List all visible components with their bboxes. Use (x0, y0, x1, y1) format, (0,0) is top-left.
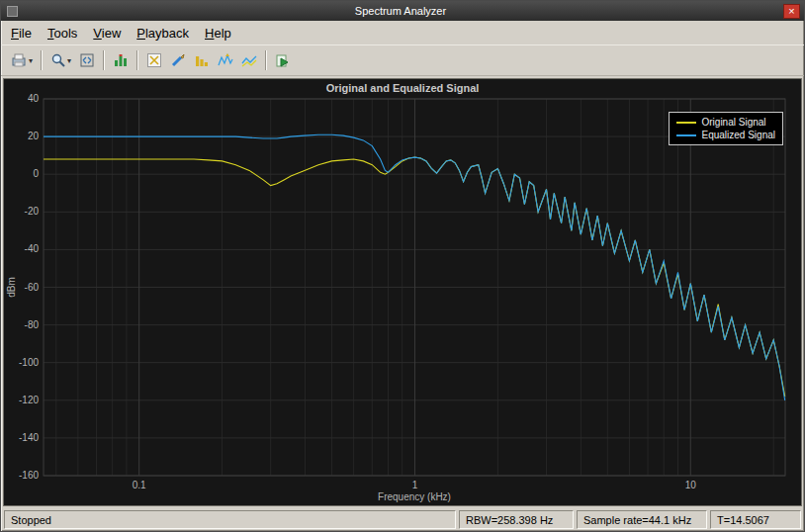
plot-panel: Original and Equalized Signal 40200-20-4… (3, 78, 802, 506)
menu-playback[interactable]: Playback (134, 24, 195, 43)
svg-text:-120: -120 (19, 395, 39, 405)
menu-file[interactable]: File (9, 24, 38, 43)
zoom-icon (50, 52, 66, 68)
svg-text:-60: -60 (25, 282, 40, 293)
status-rbw: RBW=258.398 Hz (459, 510, 574, 529)
svg-text:-80: -80 (25, 319, 40, 330)
spectrum-analyzer-window: Spectrum Analyzer × File Tools View Play… (0, 0, 805, 532)
menu-help[interactable]: Help (203, 24, 237, 43)
trace-selection-icon (241, 52, 257, 68)
status-sample-rate: Sample rate=44.1 kHz (577, 510, 707, 529)
legend-item-original: Original Signal (676, 116, 776, 129)
distortion-measurements-button[interactable] (166, 47, 190, 73)
spectrum-settings-button[interactable] (109, 47, 133, 73)
svg-text:0: 0 (33, 168, 39, 179)
legend-label-original: Original Signal (702, 117, 766, 128)
toolbar-separator (136, 50, 138, 70)
svg-text:-140: -140 (19, 432, 39, 443)
toolbar-separator (41, 50, 43, 70)
peak-finder-button[interactable] (214, 47, 237, 73)
svg-text:Frequency (kHz): Frequency (kHz) (378, 491, 451, 502)
plot-body: 40200-20-40-60-80-100-120-140-1600.1110d… (4, 94, 801, 505)
status-time: T=14.5067 (710, 510, 801, 529)
trace-selection-button[interactable] (237, 47, 261, 73)
fit-to-view-icon (79, 52, 95, 68)
menu-view[interactable]: View (91, 24, 127, 43)
svg-text:-40: -40 (25, 243, 40, 254)
toolbar: ▾ ▾ (1, 44, 804, 76)
ccdf-measurements-icon (194, 52, 210, 68)
toolbar-separator (265, 50, 267, 70)
zoom-button[interactable]: ▾ (46, 47, 75, 73)
svg-text:20: 20 (28, 131, 40, 141)
plot-title: Original and Equalized Signal (4, 79, 801, 94)
svg-text:-160: -160 (19, 470, 39, 481)
menu-bar: File Tools View Playback Help (1, 21, 804, 44)
peak-finder-icon (218, 52, 233, 68)
svg-text:0.1: 0.1 (133, 480, 146, 490)
step-forward-button[interactable] (271, 47, 295, 73)
close-button[interactable]: × (783, 4, 800, 19)
svg-text:-20: -20 (25, 206, 40, 217)
svg-text:dBm: dBm (6, 277, 17, 298)
distortion-measurements-icon (170, 52, 186, 68)
cursor-measurements-icon (146, 52, 162, 68)
status-state: Stopped (4, 510, 456, 529)
export-icon (10, 52, 28, 68)
equalized-signal-swatch (676, 134, 696, 136)
legend-item-equalized: Equalized Signal (676, 129, 776, 141)
cursor-measurements-button[interactable] (142, 47, 166, 73)
menu-tools[interactable]: Tools (45, 24, 83, 43)
svg-text:10: 10 (685, 480, 697, 490)
title-bar: Spectrum Analyzer × (1, 1, 804, 21)
window-title: Spectrum Analyzer (18, 5, 783, 17)
export-button[interactable]: ▾ (6, 47, 37, 73)
svg-text:1: 1 (412, 480, 418, 490)
svg-text:-100: -100 (19, 357, 39, 368)
zoom-dropdown-caret[interactable]: ▾ (67, 56, 71, 65)
step-forward-icon (275, 52, 291, 68)
toolbar-separator (103, 50, 105, 70)
fit-to-view-button[interactable] (75, 47, 99, 73)
svg-text:40: 40 (28, 94, 40, 104)
export-dropdown-caret[interactable]: ▾ (29, 56, 33, 65)
spectrum-settings-icon (113, 52, 129, 68)
ccdf-measurements-button[interactable] (190, 47, 214, 73)
legend: Original Signal Equalized Signal (669, 112, 784, 145)
spectrum-plot: 40200-20-40-60-80-100-120-140-1600.1110d… (4, 94, 801, 505)
window-icon (7, 6, 18, 17)
status-bar: Stopped RBW=258.398 Hz Sample rate=44.1 … (1, 508, 804, 531)
legend-label-equalized: Equalized Signal (702, 130, 776, 140)
original-signal-swatch (676, 122, 696, 124)
